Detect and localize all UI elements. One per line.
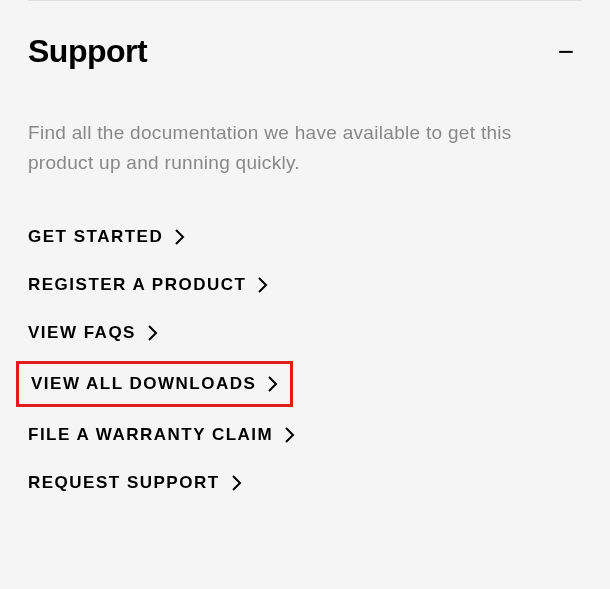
support-links-list: GET STARTED REGISTER A PRODUCT VIEW FAQS… [28, 227, 582, 493]
link-label: REGISTER A PRODUCT [28, 275, 246, 295]
link-label: VIEW ALL DOWNLOADS [31, 374, 256, 394]
register-product-link[interactable]: REGISTER A PRODUCT [28, 275, 268, 295]
view-faqs-link[interactable]: VIEW FAQS [28, 323, 158, 343]
chevron-right-icon [232, 475, 242, 491]
section-description: Find all the documentation we have avail… [28, 118, 582, 179]
chevron-right-icon [148, 325, 158, 341]
divider [28, 0, 582, 1]
request-support-link[interactable]: REQUEST SUPPORT [28, 473, 242, 493]
chevron-right-icon [285, 427, 295, 443]
link-label: FILE A WARRANTY CLAIM [28, 425, 273, 445]
link-label: GET STARTED [28, 227, 163, 247]
chevron-right-icon [175, 229, 185, 245]
view-all-downloads-link[interactable]: VIEW ALL DOWNLOADS [31, 374, 278, 394]
highlighted-link-box: VIEW ALL DOWNLOADS [16, 361, 293, 407]
link-label: VIEW FAQS [28, 323, 136, 343]
support-section-header[interactable]: Support − [28, 33, 582, 70]
chevron-right-icon [258, 277, 268, 293]
collapse-icon: − [558, 38, 582, 66]
link-label: REQUEST SUPPORT [28, 473, 220, 493]
get-started-link[interactable]: GET STARTED [28, 227, 185, 247]
section-title: Support [28, 33, 147, 70]
chevron-right-icon [268, 376, 278, 392]
file-warranty-claim-link[interactable]: FILE A WARRANTY CLAIM [28, 425, 295, 445]
